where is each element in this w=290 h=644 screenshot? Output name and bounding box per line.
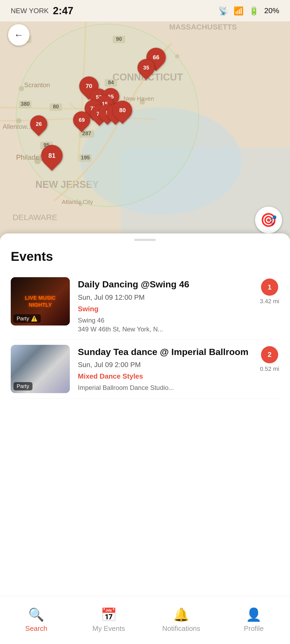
event-distance-text-2: 0.52 mi [260, 365, 279, 372]
bottom-sheet: Events Party ⚠️ Daily Dancing @Swing 46 … [0, 233, 290, 644]
events-title: Events [11, 249, 279, 264]
events-section: Events Party ⚠️ Daily Dancing @Swing 46 … [0, 244, 290, 644]
back-button[interactable]: ← [8, 24, 30, 46]
status-battery-icon: 🔋 [249, 6, 259, 16]
status-bar: NEW YORK 2:47 📡 📶 🔋 20% [0, 0, 290, 21]
sheet-handle-area[interactable] [0, 233, 290, 244]
svg-text:DELAWARE: DELAWARE [13, 213, 57, 222]
back-arrow-icon: ← [14, 29, 24, 41]
event-venue-name-2: Imperial Ballroom Dance Studio... [78, 384, 174, 391]
nav-label-notifications: Notifications [162, 624, 200, 633]
search-icon: 🔍 [28, 607, 44, 622]
event-venue-2: Imperial Ballroom Dance Studio... [78, 383, 252, 392]
nav-item-my-events[interactable]: 📅 My Events [73, 605, 145, 635]
calendar-icon: 📅 [101, 607, 117, 622]
nav-label-search: Search [25, 624, 47, 633]
nav-item-profile[interactable]: 👤 Profile [218, 605, 290, 635]
status-wifi-icon: 📡 [218, 6, 228, 16]
event-tag-label-1: Party [17, 316, 29, 322]
profile-icon: 👤 [246, 607, 262, 622]
event-image-2: Party [11, 345, 70, 393]
nav-label-my-events: My Events [92, 624, 125, 633]
event-datetime-1: Sun, Jul 09 12:00 PM [78, 293, 252, 302]
event-venue-address-1: 349 W 46th St, New York, N... [78, 325, 163, 333]
status-left: NEW YORK 2:47 [11, 5, 73, 17]
event-image-1: Party ⚠️ [11, 277, 70, 325]
event-card-1[interactable]: Party ⚠️ Daily Dancing @Swing 46 Sun, Ju… [11, 272, 279, 339]
event-distance-2: 2 0.52 mi [260, 345, 279, 372]
event-venue-name-1: Swing 46 [78, 317, 104, 324]
status-battery-text: 20% [264, 6, 279, 15]
nav-item-search[interactable]: 🔍 Search [0, 605, 73, 635]
event-datetime-2: Sun, Jul 09 2:00 PM [78, 361, 252, 369]
sheet-handle [134, 239, 156, 241]
event-title-1: Daily Dancing @Swing 46 [78, 279, 252, 290]
event-info-1: Daily Dancing @Swing 46 Sun, Jul 09 12:0… [78, 277, 252, 334]
event-distance-1: 1 3.42 mi [260, 277, 279, 305]
event-card-2[interactable]: Party Sunday Tea dance @ Imperial Ballro… [11, 339, 279, 399]
location-button[interactable]: 🎯 [255, 207, 282, 233]
location-icon: 🎯 [260, 212, 277, 228]
status-location: NEW YORK [11, 7, 49, 15]
event-info-2: Sunday Tea dance @ Imperial Ballroom Sun… [78, 345, 252, 392]
event-distance-text-1: 3.42 mi [260, 298, 279, 305]
event-category-2: Mixed Dance Styles [78, 372, 252, 380]
bell-icon: 🔔 [173, 607, 189, 622]
event-tag-1: Party ⚠️ [13, 314, 41, 323]
event-title-2: Sunday Tea dance @ Imperial Ballroom [78, 346, 252, 358]
event-venue-1: Swing 46 349 W 46th St, New York, N... [78, 316, 252, 334]
event-tag-2: Party [13, 382, 32, 390]
svg-text:MASSACHUSETTS: MASSACHUSETTS [169, 23, 237, 31]
nav-item-notifications[interactable]: 🔔 Notifications [145, 605, 218, 635]
bottom-nav: 🔍 Search 📅 My Events 🔔 Notifications 👤 P… [0, 596, 290, 644]
status-time: 2:47 [53, 5, 73, 17]
event-category-1: Swing [78, 305, 252, 313]
nav-label-profile: Profile [244, 624, 264, 633]
event-distance-badge-1: 1 [261, 279, 278, 296]
status-signal-icon: 📶 [234, 6, 244, 16]
event-tag-label-2: Party [17, 383, 29, 389]
status-right: 📡 📶 🔋 20% [218, 6, 279, 16]
map-container: CONNECTICUT NEW JERSEY DELAWARE MASSACHU… [0, 0, 290, 241]
event-distance-badge-2: 2 [261, 346, 278, 363]
warning-icon-1: ⚠️ [31, 315, 38, 322]
